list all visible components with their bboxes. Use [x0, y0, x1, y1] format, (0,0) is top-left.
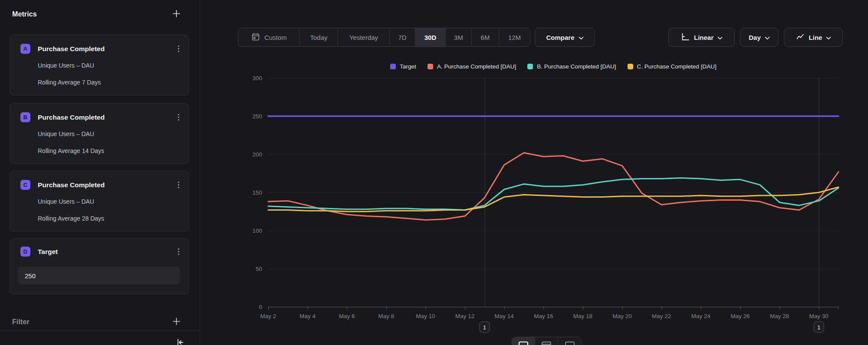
svg-text:May 2: May 2	[260, 313, 276, 319]
svg-text:May 30: May 30	[809, 313, 829, 319]
add-filter-button[interactable]	[172, 317, 181, 327]
metric-badge: C	[20, 180, 30, 190]
collapse-sidebar-button[interactable]	[175, 338, 185, 345]
metric-title: Purchase Completed	[38, 181, 175, 189]
plus-icon	[172, 317, 181, 327]
svg-text:May 24: May 24	[691, 313, 711, 319]
details-view-icon	[564, 340, 575, 345]
svg-text:May 20: May 20	[612, 313, 631, 319]
svg-text:50: 50	[256, 266, 262, 272]
svg-text:1: 1	[817, 324, 821, 331]
collapse-left-icon	[175, 342, 185, 345]
series-line	[268, 178, 838, 210]
target-title: Target	[38, 248, 175, 256]
svg-text:May 6: May 6	[339, 313, 355, 319]
svg-text:May 16: May 16	[534, 313, 553, 319]
metric-rolling-average: Rolling Average 14 Days	[38, 147, 104, 154]
svg-text:May 22: May 22	[652, 313, 671, 319]
metric-title: Purchase Completed	[38, 114, 175, 121]
metric-measure: Unique Users – DAU	[38, 130, 94, 137]
svg-text:May 12: May 12	[455, 313, 474, 319]
add-metric-button[interactable]	[172, 10, 181, 19]
chart-view-icon	[518, 340, 529, 345]
metric-rolling-average: Rolling Average 28 Days	[38, 215, 104, 222]
filter-section-header: Filter	[12, 317, 181, 327]
filter-section-title: Filter	[12, 318, 30, 326]
metric-badge: A	[20, 44, 30, 54]
svg-text:150: 150	[252, 189, 262, 196]
metrics-section-header: Metrics	[12, 10, 181, 19]
metrics-dashboard: Metrics A Purchase Completed Unique User…	[0, 0, 868, 345]
svg-text:May 10: May 10	[416, 313, 435, 319]
svg-text:300: 300	[252, 75, 262, 81]
svg-text:200: 200	[252, 151, 262, 158]
metrics-sidebar: Metrics A Purchase Completed Unique User…	[0, 0, 200, 345]
svg-text:May 4: May 4	[299, 313, 316, 319]
table-view-icon	[541, 340, 552, 345]
metric-menu-button[interactable]	[175, 113, 182, 121]
metric-badge: D	[20, 247, 30, 257]
sidebar-footer-divider	[0, 330, 200, 331]
metric-menu-button[interactable]	[175, 45, 182, 53]
chart-view-button[interactable]	[512, 337, 535, 345]
plus-icon	[172, 10, 181, 19]
metric-menu-button[interactable]	[175, 181, 182, 189]
svg-text:100: 100	[252, 228, 262, 234]
series-line	[268, 187, 838, 212]
metric-measure: Unique Users – DAU	[38, 62, 94, 69]
annotation-badge[interactable]: 1	[480, 322, 490, 332]
svg-text:May 14: May 14	[495, 313, 514, 319]
metric-title: Purchase Completed	[38, 45, 175, 53]
metric-badge: B	[20, 112, 30, 122]
svg-text:May 18: May 18	[573, 313, 592, 319]
target-value-input[interactable]	[18, 267, 180, 285]
metric-card-b[interactable]: B Purchase Completed Unique Users – DAU …	[10, 103, 189, 164]
svg-text:250: 250	[252, 113, 262, 120]
view-switcher	[512, 337, 582, 345]
annotation-badge[interactable]: 1	[814, 322, 824, 332]
line-chart-canvas[interactable]: 050100150200250300May 2May 4May 6May 8Ma…	[200, 0, 868, 345]
svg-text:May 8: May 8	[378, 313, 394, 319]
metric-card-a[interactable]: A Purchase Completed Unique Users – DAU …	[10, 35, 189, 95]
target-menu-button[interactable]	[175, 247, 182, 256]
svg-text:1: 1	[483, 324, 487, 331]
target-card[interactable]: D Target	[10, 238, 189, 294]
metric-rolling-average: Rolling Average 7 Days	[38, 79, 101, 86]
chart-panel: Custom Today Yesterday 7D 30D 3M 6M 12M …	[200, 0, 868, 345]
table-view-button[interactable]	[535, 337, 558, 345]
details-view-button[interactable]	[558, 337, 581, 345]
metric-card-c[interactable]: C Purchase Completed Unique Users – DAU …	[10, 171, 189, 231]
svg-text:May 28: May 28	[770, 313, 789, 319]
svg-text:0: 0	[259, 304, 262, 310]
metrics-section-title: Metrics	[12, 10, 37, 18]
svg-text:May 26: May 26	[730, 313, 750, 319]
metric-measure: Unique Users – DAU	[38, 198, 94, 205]
